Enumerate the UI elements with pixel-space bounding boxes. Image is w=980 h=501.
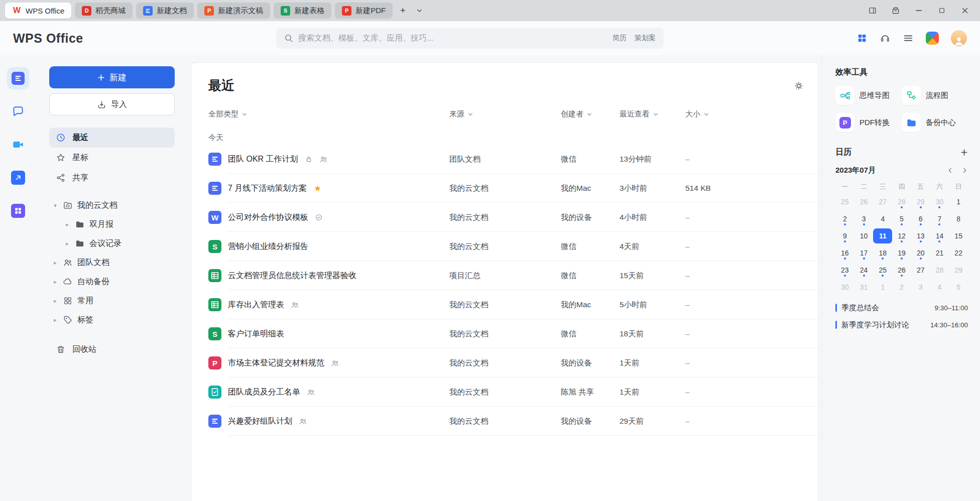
sidebar-item-trash[interactable]: 回收站 [49,339,175,359]
calendar-day[interactable]: 5 [949,280,968,295]
calendar-day[interactable]: 13 [911,228,930,243]
search-input[interactable] [298,34,607,43]
calendar-day[interactable]: 16 [835,245,854,261]
calendar-day[interactable]: 9 [835,228,854,243]
chevron-collapsed-icon[interactable]: ▸ [52,298,58,304]
calendar-day[interactable]: 22 [949,245,968,261]
chevron-collapsed-icon[interactable]: ▸ [52,317,58,323]
chevron-collapsed-icon[interactable]: ▸ [64,221,70,228]
tab-new-pdf[interactable]: P 新建PDF [335,3,393,19]
filter-size[interactable]: 大小 [685,109,709,119]
tree-item-tags[interactable]: ▸ 标签 [49,310,175,329]
calendar-prev-icon[interactable] [947,167,953,174]
calendar-day[interactable]: 7 [930,211,949,226]
calendar-day[interactable]: 15 [949,228,968,243]
filter-last-viewed[interactable]: 最近查看 [620,109,659,119]
calendar-day[interactable]: 3 [854,211,874,226]
calendar-day[interactable]: 31 [854,280,874,295]
calendar-day[interactable]: 30 [835,280,854,295]
calendar-day[interactable]: 4 [930,280,949,295]
calendar-day[interactable]: 1 [949,194,968,209]
import-button[interactable]: 导入 [49,93,175,115]
calendar-day[interactable]: 29 [949,263,968,278]
calendar-day[interactable]: 23 [835,263,854,278]
tree-item-bimonthly-report[interactable]: ▸ 双月报 [49,215,175,234]
search-tag-plan[interactable]: 策划案 [635,34,656,43]
new-button[interactable]: 新建 [49,66,175,88]
calendar-day[interactable]: 25 [835,194,854,209]
avatar[interactable] [951,30,967,46]
tab-wps-office[interactable]: W WPS Office [5,3,71,19]
workspace-icon[interactable] [889,4,903,18]
search-tag-resume[interactable]: 简历 [612,34,627,43]
filter-all-types[interactable]: 全部类型 [208,109,248,119]
tree-item-frequent[interactable]: ▸ 常用 [49,291,175,310]
calendar-day[interactable]: 28 [892,194,911,209]
calendar-day[interactable]: 27 [873,194,892,209]
calendar-day[interactable]: 14 [930,228,949,243]
calendar-day[interactable]: 18 [873,245,892,261]
tab-list-chevron[interactable] [413,4,426,17]
calendar-day[interactable]: 26 [854,194,874,209]
gear-icon[interactable] [793,80,804,91]
tree-item-auto-backup[interactable]: ▸ 自动备份 [49,272,175,291]
calendar-day[interactable]: 24 [854,263,874,278]
chevron-collapsed-icon[interactable]: ▸ [52,260,58,266]
event-item[interactable]: 季度总结会 9:30–11:00 [835,302,968,314]
tree-item-meeting-notes[interactable]: ▸ 会议记录 [49,234,175,253]
calendar-day[interactable]: 10 [854,228,874,243]
support-headset-icon[interactable] [880,33,891,44]
maximize-button[interactable] [935,4,949,18]
sidebar-item-recent[interactable]: 最近 [49,128,175,148]
file-row[interactable]: 兴趣爱好组队计划 我的云文档 我的设备 29天前 – [191,407,818,436]
filter-source[interactable]: 来源 [449,109,473,119]
tree-item-team-docs[interactable]: ▸ 团队文档 [49,253,175,272]
file-row[interactable]: 7 月线下活动策划方案 我的云文档 我的Mac 3小时前 514 KB [191,174,818,203]
calendar-day[interactable]: 11 [873,228,892,243]
calendar-day[interactable]: 29 [911,194,930,209]
tab-docer-store[interactable]: D 稻壳商城 [75,3,133,19]
calendar-add-icon[interactable] [960,149,968,156]
rail-apps-icon[interactable] [7,200,29,222]
filter-creator[interactable]: 创建者 [561,109,592,119]
rail-tasks-icon[interactable] [7,167,29,189]
apps-grid-icon[interactable] [856,33,868,44]
event-item[interactable]: 新季度学习计划讨论 14:30–16:00 [835,319,968,331]
file-row[interactable]: P 市场主体登记提交材料规范 我的云文档 我的设备 1天前 – [191,348,818,378]
calendar-day[interactable]: 27 [911,263,930,278]
wps-brand-icon[interactable] [926,32,939,45]
calendar-day[interactable]: 30 [930,194,949,209]
tab-new-document[interactable]: 新建文档 [136,3,194,19]
calendar-day[interactable]: 3 [911,280,930,295]
tool-flowchart[interactable]: 流程图 [902,86,968,105]
tab-new-spreadsheet[interactable]: S 新建表格 [274,3,331,19]
tool-pdf-convert[interactable]: P PDF转换 [835,113,902,132]
file-row[interactable]: W 公司对外合作协议模板 我的云文档 我的设备 4小时前 – [191,203,818,232]
calendar-day[interactable]: 6 [911,211,930,226]
file-row[interactable]: 库存出入管理表 我的云文档 我的Mac 5小时前 – [191,290,818,319]
calendar-day[interactable]: 12 [892,228,911,243]
tool-backup-center[interactable]: 备份中心 [902,113,968,132]
calendar-day[interactable]: 19 [892,245,911,261]
calendar-day[interactable]: 17 [854,245,874,261]
tree-item-my-cloud-docs[interactable]: ▾ 我的云文档 [49,196,175,215]
calendar-day[interactable]: 5 [892,211,911,226]
chevron-collapsed-icon[interactable]: ▸ [52,279,58,285]
sidebar-item-starred[interactable]: 星标 [49,148,175,168]
rail-docs-home-icon[interactable] [7,67,29,89]
calendar-day[interactable]: 26 [892,263,911,278]
sidebar-item-shared[interactable]: 共享 [49,168,175,188]
minimize-button[interactable] [912,4,926,18]
close-button[interactable] [958,4,972,18]
chevron-expanded-icon[interactable]: ▾ [52,202,58,209]
file-row[interactable]: 团队成员及分工名单 我的云文档 陈旭 共享 1天前 – [191,378,818,407]
rail-chat-icon[interactable] [7,100,29,122]
new-tab-button[interactable]: + [396,4,409,17]
calendar-day[interactable]: 1 [873,280,892,295]
calendar-day[interactable]: 20 [911,245,930,261]
tab-new-presentation[interactable]: P 新建演示文稿 [197,3,270,19]
calendar-day[interactable]: 4 [873,211,892,226]
file-row[interactable]: 云文档管理员信息统计表管理器验收 项目汇总 微信 15天前 – [191,261,818,290]
calendar-day[interactable]: 28 [930,263,949,278]
rail-meeting-icon[interactable] [7,134,29,156]
